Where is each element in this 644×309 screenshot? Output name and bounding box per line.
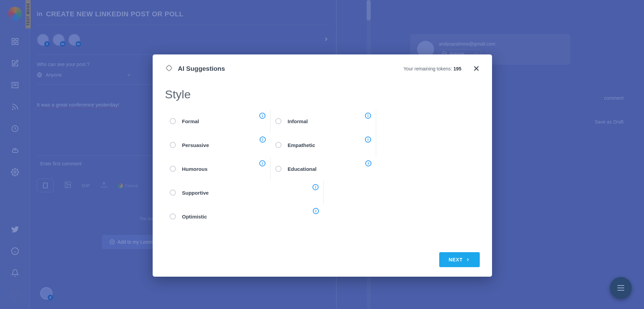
radio-icon <box>170 142 176 148</box>
info-icon[interactable]: i <box>313 208 319 214</box>
info-icon[interactable]: i <box>365 136 371 143</box>
hamburger-icon <box>617 285 624 291</box>
info-icon[interactable]: i <box>312 184 319 190</box>
style-option-empathetic[interactable]: Empathetic i <box>271 133 376 157</box>
ai-suggestions-modal: AI Suggestions Your remaining tokens: 19… <box>153 54 492 277</box>
chevron-right-icon <box>465 257 470 262</box>
style-options-grid: Formal i Informal i Persuasive i Empathe… <box>165 109 480 228</box>
style-label: Educational <box>288 166 317 172</box>
info-icon[interactable]: i <box>260 136 266 143</box>
next-button[interactable]: NEXT <box>439 252 480 267</box>
close-button[interactable]: ✕ <box>473 65 480 73</box>
menu-fab-button[interactable] <box>610 277 632 299</box>
tokens-label: Your remaining tokens: <box>403 66 454 71</box>
style-label: Humorous <box>182 166 208 172</box>
tokens-remaining: Your remaining tokens: 195 <box>403 66 461 71</box>
style-option-informal[interactable]: Informal i <box>271 109 376 133</box>
radio-icon <box>275 166 281 172</box>
modal-header: AI Suggestions Your remaining tokens: 19… <box>165 65 480 73</box>
radio-icon <box>170 118 176 124</box>
radio-icon <box>170 190 176 196</box>
style-option-optimistic[interactable]: Optimistic i <box>165 205 324 228</box>
openai-icon <box>165 65 173 73</box>
style-option-humorous[interactable]: Humorous i <box>165 157 271 181</box>
radio-icon <box>170 166 176 172</box>
style-option-educational[interactable]: Educational i <box>271 157 376 181</box>
style-label: Informal <box>288 118 308 124</box>
style-label: Empathetic <box>288 142 315 148</box>
radio-icon <box>170 213 176 219</box>
style-label: Optimistic <box>182 214 207 219</box>
style-option-supportive[interactable]: Supportive i <box>165 181 324 205</box>
modal-footer: NEXT <box>165 252 480 267</box>
style-section-title: Style <box>165 88 480 101</box>
modal-title: AI Suggestions <box>178 65 225 72</box>
style-label: Supportive <box>182 190 209 196</box>
style-option-persuasive[interactable]: Persuasive i <box>165 133 271 157</box>
info-icon[interactable]: i <box>259 160 265 166</box>
info-icon[interactable]: i <box>365 160 371 166</box>
radio-icon <box>275 118 281 124</box>
style-label: Formal <box>182 118 199 124</box>
radio-icon <box>275 142 281 148</box>
info-icon[interactable]: i <box>259 113 265 119</box>
tokens-value: 195 <box>454 66 461 71</box>
next-label: NEXT <box>449 257 463 262</box>
style-option-formal[interactable]: Formal i <box>165 109 271 133</box>
style-label: Persuasive <box>182 142 209 148</box>
info-icon[interactable]: i <box>365 113 371 119</box>
